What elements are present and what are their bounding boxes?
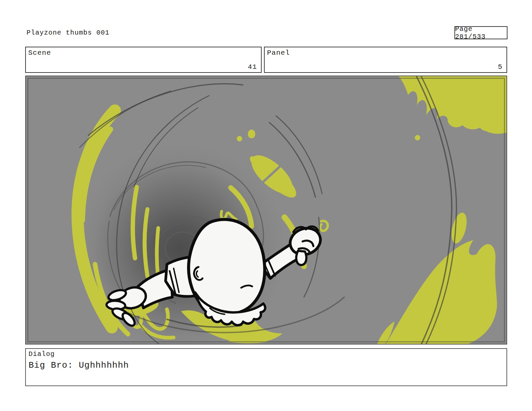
panel-value: 5: [498, 63, 502, 71]
storyboard-drawing: [26, 76, 506, 344]
panel-cell: Panel 5: [264, 47, 507, 73]
document-title: Playzone thumbs 001: [27, 29, 109, 37]
dialog-box: Dialog Big Bro: Ughhhhhhh: [25, 348, 507, 386]
page-number-label: Page 281/533: [455, 25, 507, 41]
dialog-text: Big Bro: Ughhhhhhh: [29, 360, 129, 370]
storyboard-page: { "header": { "title": "Playzone thumbs …: [0, 0, 532, 411]
scene-cell: Scene 41: [25, 47, 262, 73]
panel-label: Panel: [267, 49, 290, 57]
dialog-label: Dialog: [29, 350, 55, 358]
page-number-box: Page 281/533: [454, 26, 507, 39]
scene-label: Scene: [28, 49, 51, 57]
scene-value: 41: [248, 63, 257, 71]
storyboard-panel-frame: [25, 76, 507, 345]
